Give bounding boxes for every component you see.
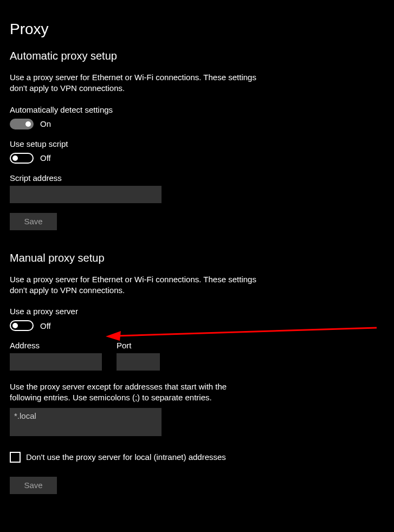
script-address-input[interactable]	[10, 186, 162, 203]
useproxy-toggle[interactable]	[10, 320, 34, 331]
autodetect-label: Automatically detect settings	[10, 105, 384, 114]
port-input[interactable]	[117, 353, 160, 371]
exceptions-input[interactable]	[10, 408, 162, 436]
setupscript-state: Off	[40, 153, 51, 163]
manual-section-heading: Manual proxy setup	[10, 252, 384, 264]
automatic-section-heading: Automatic proxy setup	[10, 50, 384, 62]
automatic-section-description: Use a proxy server for Ethernet or Wi-Fi…	[10, 72, 270, 94]
setupscript-label: Use setup script	[10, 139, 384, 148]
setupscript-toggle[interactable]	[10, 153, 34, 164]
manual-section-description: Use a proxy server for Ethernet or Wi-Fi…	[10, 274, 270, 296]
port-label: Port	[117, 341, 160, 350]
useproxy-state: Off	[40, 321, 51, 330]
autodetect-state: On	[40, 119, 51, 128]
svg-marker-1	[106, 331, 121, 341]
page-title: Proxy	[10, 21, 384, 38]
bypass-local-label: Don't use the proxy server for local (in…	[26, 452, 226, 462]
automatic-save-button[interactable]: Save	[10, 213, 57, 230]
bypass-local-checkbox[interactable]	[10, 452, 21, 463]
useproxy-label: Use a proxy server	[10, 307, 384, 316]
autodetect-toggle[interactable]	[10, 119, 34, 129]
exceptions-label: Use the proxy server except for addresse…	[10, 381, 243, 404]
manual-save-button[interactable]: Save	[10, 477, 57, 494]
address-input[interactable]	[10, 353, 102, 371]
script-address-label: Script address	[10, 173, 384, 183]
address-label: Address	[10, 341, 102, 350]
